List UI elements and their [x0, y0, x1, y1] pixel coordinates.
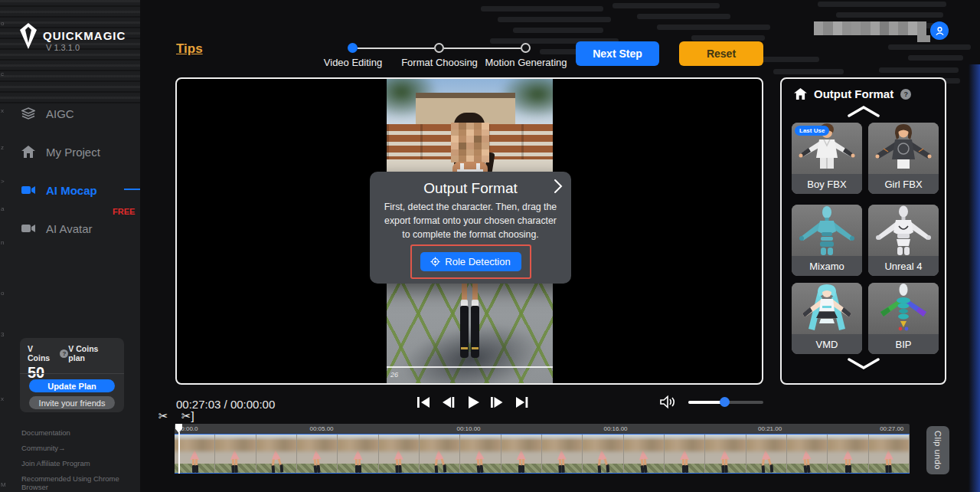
playhead[interactable] [175, 424, 182, 433]
filmstrip-thumbnail[interactable] [828, 435, 868, 473]
account-name-censored [917, 35, 930, 42]
timeline: 00:00.000:05.0000:10.0000:16.0000:21.000… [175, 424, 910, 474]
tips-link[interactable]: Tips [176, 41, 203, 57]
free-badge: FREE [113, 207, 135, 216]
unreal-4-thumbnail [868, 205, 939, 256]
playhead-line [178, 432, 180, 474]
step-label: Video Editing [324, 57, 382, 68]
chevron-up-icon[interactable] [847, 105, 880, 117]
glitch-char: n [1, 239, 4, 246]
glitch-char: > [1, 178, 5, 185]
app-version: V 1.3.1.0 [46, 43, 80, 52]
mixamo-thumbnail [792, 205, 862, 256]
glitch-stripe [773, 69, 844, 74]
filmstrip-thumbnail[interactable] [665, 435, 705, 473]
vcoins-card: V Coins ? V Coins plan 50 Update Plan In… [20, 338, 124, 412]
sidebar-item-ai-avatar[interactable]: AI Avatar [0, 217, 140, 240]
link-affiliate[interactable]: Join Affiliate Program [21, 459, 90, 467]
format-card-unreal-4[interactable]: Unreal 4 [868, 205, 939, 276]
invite-friends-button[interactable]: Invite your friends [29, 396, 115, 409]
update-plan-button[interactable]: Update Plan [29, 379, 115, 392]
sidebar-item-label: My Project [46, 146, 100, 159]
boot-buckle [461, 347, 468, 349]
chevron-right-icon[interactable] [553, 179, 564, 194]
link-community[interactable]: Community→ [21, 444, 66, 452]
glitch-stripe [498, 17, 611, 22]
sidebar-item-my-project[interactable]: My Project [0, 140, 140, 163]
filmstrip-thumbnail[interactable] [460, 435, 501, 473]
sidebar-item-label: AIGC [46, 107, 74, 120]
vcoins-label: V Coins ? [28, 344, 68, 362]
next-step-button[interactable]: Next Step [576, 41, 659, 66]
account-avatar[interactable] [930, 21, 949, 40]
skip-end-icon [512, 393, 531, 412]
sidebar-item-aigc[interactable]: AIGC [0, 102, 140, 125]
quickmagic-app: QUICKMAGIC V 1.3.1.0 AIGC My Project AI … [0, 0, 980, 492]
filmstrip[interactable] [175, 434, 910, 474]
glitch-stripe [612, 3, 720, 8]
sidebar-item-ai-mocap[interactable]: AI Mocap [0, 179, 140, 202]
skip-end-button[interactable] [512, 393, 531, 413]
speaker-icon[interactable] [659, 395, 676, 409]
question-icon[interactable]: ? [900, 89, 911, 100]
format-card-bip[interactable]: BIP [868, 283, 939, 354]
home-icon [794, 88, 807, 100]
filmstrip-thumbnail[interactable] [215, 435, 256, 473]
filmstrip-thumbnail[interactable] [542, 435, 583, 473]
clip-undo-button[interactable]: Clip undo [926, 426, 949, 474]
filmstrip-thumbnail[interactable] [705, 435, 746, 473]
frame-back-icon [439, 393, 457, 412]
character-boot [460, 306, 469, 358]
filmstrip-thumbnail[interactable] [379, 435, 420, 473]
bip-thumbnail [868, 283, 939, 334]
sidebar-item-label: AI Mocap [46, 184, 97, 197]
role-detection-button[interactable]: Role Detection [420, 252, 521, 271]
panel-title: Output Format [814, 87, 893, 100]
glitch-stripe [908, 55, 963, 61]
filmstrip-thumbnail[interactable] [624, 435, 665, 473]
filmstrip-thumbnail[interactable] [420, 435, 460, 473]
account-name-censored[interactable] [814, 21, 926, 35]
timeline-ruler[interactable]: 00:00.000:05.0000:10.0000:16.0000:21.000… [175, 424, 910, 434]
filmstrip-thumbnail[interactable] [583, 435, 623, 473]
active-item-indicator [124, 189, 140, 190]
filmstrip-thumbnail[interactable] [256, 435, 297, 473]
question-icon[interactable]: ? [60, 349, 68, 358]
format-card-boy-fbx[interactable]: Last Use Boy FBX [792, 123, 862, 194]
play-button[interactable] [463, 393, 482, 413]
skip-start-button[interactable] [414, 393, 433, 413]
volume-thumb[interactable] [720, 397, 730, 407]
step-dot-motion-generating [521, 43, 531, 53]
volume-fill [688, 401, 724, 404]
scissors-clip-right-icon[interactable]: ✂] [181, 409, 194, 423]
volume-slider[interactable] [688, 401, 763, 404]
scissors-icon[interactable]: ✂ [158, 409, 168, 423]
layers-icon [21, 107, 35, 120]
filmstrip-thumbnail[interactable] [746, 435, 787, 473]
link-chrome-recommendation[interactable]: Recommended Using Chrome Browser [21, 474, 140, 491]
glitch-char: 3 [1, 331, 4, 338]
chevron-down-icon[interactable] [847, 358, 880, 370]
play-icon [463, 393, 482, 412]
timeline-marker: 00:21.00 [758, 425, 782, 432]
filmstrip-thumbnail[interactable] [869, 435, 910, 473]
modal-body-text: First, detect the character. Then, drag … [381, 201, 560, 241]
glitch-stripe [637, 14, 730, 19]
filmstrip-thumbnail[interactable] [787, 435, 828, 473]
filmstrip-thumbnail[interactable] [501, 435, 542, 473]
reset-button[interactable]: Reset [679, 41, 763, 66]
character-boot [471, 306, 479, 358]
glitch-stripe [691, 35, 765, 41]
filmstrip-thumbnail[interactable] [175, 435, 215, 473]
format-card-vmd[interactable]: VMD [792, 283, 862, 354]
format-card-mixamo[interactable]: Mixamo [792, 205, 862, 276]
glitch-stripe [888, 44, 971, 50]
link-documentation[interactable]: Documentation [21, 428, 70, 437]
vcoins-plan-link[interactable]: V Coins plan [68, 344, 116, 362]
filmstrip-thumbnail[interactable] [297, 435, 338, 473]
frame-back-button[interactable] [439, 393, 457, 413]
frame-forward-button[interactable] [488, 393, 506, 413]
filmstrip-thumbnail[interactable] [338, 435, 378, 473]
glitch-char: x [1, 107, 4, 114]
format-card-girl-fbx[interactable]: Girl FBX [868, 123, 939, 194]
